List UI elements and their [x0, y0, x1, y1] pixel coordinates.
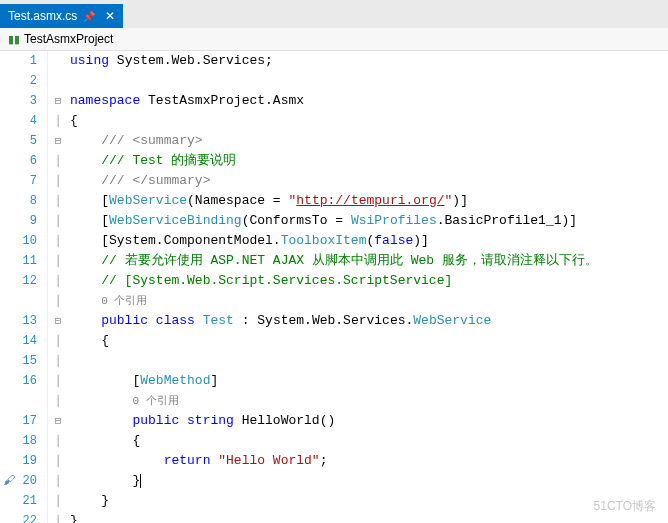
tab-bar: Test.asmx.cs 📌 ✕	[0, 0, 668, 28]
line-number: 17	[0, 411, 48, 431]
codelens-refs[interactable]: 0 个引用	[101, 295, 147, 307]
line-number: 5	[0, 131, 48, 151]
line-number: 19	[0, 451, 48, 471]
line-number: 3	[0, 91, 48, 111]
line-number: 18	[0, 431, 48, 451]
line-number: 14	[0, 331, 48, 351]
breadcrumb-project: TestAsmxProject	[24, 32, 113, 46]
line-number: 8	[0, 191, 48, 211]
line-number: 1	[0, 51, 48, 71]
line-number: 9	[0, 211, 48, 231]
fold-toggle[interactable]: ⊟	[48, 311, 68, 331]
line-number	[0, 291, 48, 311]
tab-filename: Test.asmx.cs	[8, 9, 77, 23]
brush-icon: 🖌	[3, 471, 15, 491]
line-number	[0, 391, 48, 411]
line-number: 11	[0, 251, 48, 271]
line-number: 4	[0, 111, 48, 131]
line-number: 6	[0, 151, 48, 171]
pin-icon[interactable]: 📌	[83, 11, 95, 22]
line-number: 10	[0, 231, 48, 251]
fold-toggle[interactable]: ⊟	[48, 411, 68, 431]
project-icon: ▮▮	[8, 33, 20, 46]
line-number: 15	[0, 351, 48, 371]
file-tab[interactable]: Test.asmx.cs 📌 ✕	[0, 4, 123, 28]
watermark: 51CTO博客	[594, 498, 656, 515]
line-number: 13	[0, 311, 48, 331]
codelens-refs[interactable]: 0 个引用	[132, 395, 178, 407]
line-number: 16	[0, 371, 48, 391]
line-number: 12	[0, 271, 48, 291]
close-icon[interactable]: ✕	[105, 9, 115, 23]
line-number: 2	[0, 71, 48, 91]
fold-toggle[interactable]: ⊟	[48, 91, 68, 111]
line-number: 7	[0, 171, 48, 191]
line-number: 22	[0, 511, 48, 523]
breadcrumb[interactable]: ▮▮ TestAsmxProject	[0, 28, 668, 51]
fold-toggle[interactable]: ⊟	[48, 131, 68, 151]
text-cursor	[140, 474, 141, 488]
fold-line	[48, 51, 68, 71]
line-number: 21	[0, 491, 48, 511]
code-editor[interactable]: 1using System.Web.Services; 2 3⊟namespac…	[0, 51, 668, 523]
